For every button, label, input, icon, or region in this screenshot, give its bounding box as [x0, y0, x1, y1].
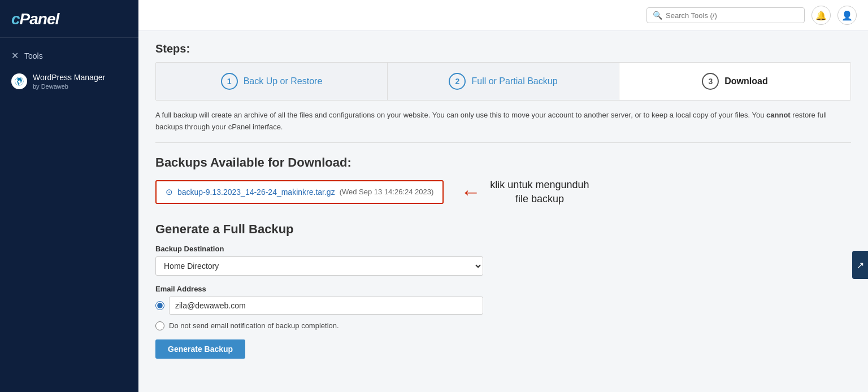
info-cannot: cannot: [766, 111, 791, 119]
no-email-label: Do not send email notification of backup…: [169, 321, 339, 330]
wordpress-manager-text: WordPress Manager by Dewaweb: [33, 72, 105, 90]
email-input-row: [155, 297, 483, 315]
backup-file-date: (Wed Sep 13 14:26:24 2023): [340, 188, 434, 196]
user-menu-button[interactable]: 👤: [837, 6, 857, 25]
sidebar-tools-label: Tools: [24, 51, 43, 60]
header: 🔍 🔔 👤: [138, 0, 868, 31]
step-3-label: Download: [724, 76, 767, 86]
backup-destination-label: Backup Destination: [155, 245, 851, 253]
step-1-back-up-or-restore[interactable]: 1 Back Up or Restore: [156, 63, 388, 100]
step-1-label: Back Up or Restore: [244, 76, 323, 86]
step-3-number: 3: [702, 73, 719, 90]
sidebar-item-wordpress-manager[interactable]: WordPress Manager by Dewaweb: [0, 67, 138, 96]
sidebar-nav: ✕ Tools WordPress Manager by Dewaweb: [0, 38, 138, 103]
annotation: ← klik untuk mengunduhfile backup: [461, 178, 589, 206]
step-3-download[interactable]: 3 Download: [619, 63, 850, 100]
chart-icon: ↗: [857, 260, 864, 271]
email-section: Email Address: [155, 285, 851, 315]
wordpress-manager-title: WordPress Manager: [33, 72, 105, 82]
tools-icon: ✕: [11, 50, 19, 61]
steps-bar: 1 Back Up or Restore 2 Full or Partial B…: [155, 62, 851, 101]
backups-available-title: Backups Available for Download:: [155, 155, 851, 170]
download-file-icon: ⊙: [166, 187, 173, 197]
search-box[interactable]: 🔍: [646, 7, 805, 23]
info-text-part1: A full backup will create an archive of …: [155, 111, 766, 119]
notifications-button[interactable]: 🔔: [811, 6, 831, 25]
arrow-left-icon: ←: [461, 182, 481, 202]
backup-file-link[interactable]: backup-9.13.2023_14-26-24_makinkre.tar.g…: [177, 188, 335, 197]
no-email-row: Do not send email notification of backup…: [155, 321, 851, 330]
bell-icon: 🔔: [815, 10, 827, 21]
wordpress-icon: [11, 73, 27, 89]
cpanel-logo: cPanel: [11, 10, 127, 28]
main-content: 🔍 🔔 👤 Steps: 1 Back Up or Restore 2 Full…: [138, 0, 868, 392]
sidebar: cPanel ✕ Tools WordPress Manager by Dewa…: [0, 0, 138, 392]
step-2-number: 2: [449, 73, 466, 90]
email-radio[interactable]: [155, 301, 164, 310]
step-2-label: Full or Partial Backup: [471, 76, 557, 86]
info-text: A full backup will create an archive of …: [155, 110, 851, 143]
email-label: Email Address: [155, 285, 851, 293]
backup-file-wrapper: ⊙ backup-9.13.2023_14-26-24_makinkre.tar…: [155, 178, 851, 206]
step-2-full-or-partial[interactable]: 2 Full or Partial Backup: [388, 63, 619, 100]
steps-label: Steps:: [155, 42, 851, 55]
page-content: Steps: 1 Back Up or Restore 2 Full or Pa…: [138, 31, 868, 392]
no-email-radio[interactable]: [155, 321, 164, 330]
sidebar-item-tools[interactable]: ✕ Tools: [0, 45, 138, 67]
wordpress-manager-subtitle: by Dewaweb: [33, 82, 105, 90]
annotation-text: klik untuk mengunduhfile backup: [490, 178, 589, 206]
backup-destination-group: Backup Destination Home Directory Remote…: [155, 245, 851, 285]
search-input[interactable]: [666, 11, 798, 20]
step-1-number: 1: [221, 73, 238, 90]
side-widget[interactable]: ↗: [852, 251, 868, 279]
user-icon: 👤: [841, 10, 853, 21]
backup-destination-select[interactable]: Home Directory Remote FTP Server Remote …: [155, 256, 483, 276]
generate-backup-title: Generate a Full Backup: [155, 222, 851, 237]
search-icon: 🔍: [653, 11, 662, 20]
generate-backup-button[interactable]: Generate Backup: [155, 339, 245, 359]
backup-file-box: ⊙ backup-9.13.2023_14-26-24_makinkre.tar…: [155, 180, 444, 204]
sidebar-logo: cPanel: [0, 0, 138, 38]
email-input[interactable]: [169, 297, 483, 315]
